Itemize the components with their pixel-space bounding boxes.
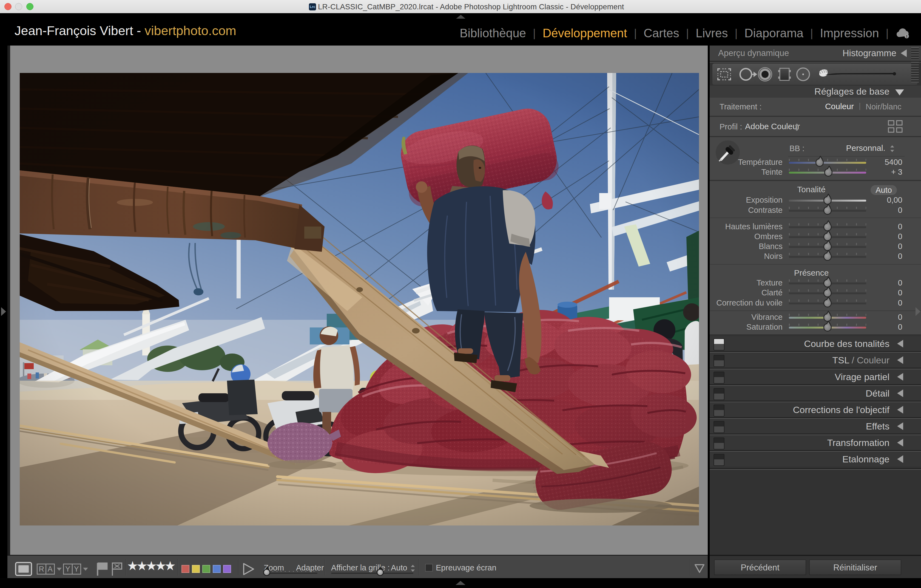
svg-text:!: ! <box>906 34 908 39</box>
